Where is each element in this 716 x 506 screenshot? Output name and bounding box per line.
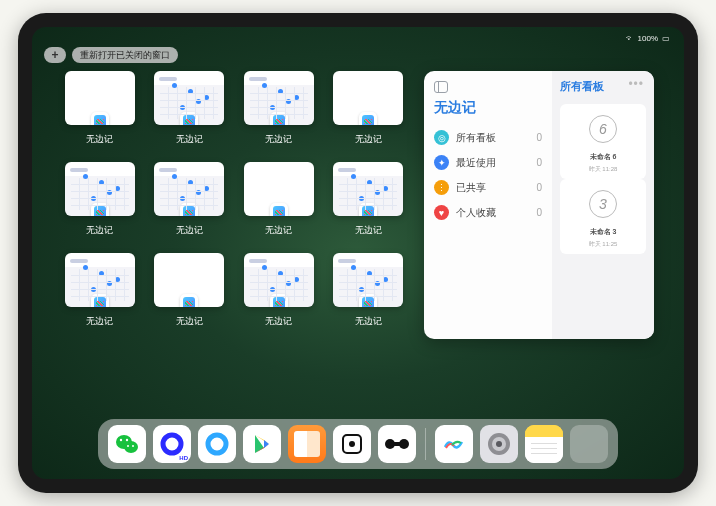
- board-preview: 6: [565, 109, 641, 149]
- sidebar-item[interactable]: ◎所有看板0: [434, 125, 542, 150]
- freeform-app-icon: [180, 112, 198, 125]
- sidebar-item-icon: ◎: [434, 130, 449, 145]
- freeform-app-icon: [91, 294, 109, 307]
- freeform-app-icon: [91, 112, 109, 125]
- sidebar-item-icon: ⋮: [434, 180, 449, 195]
- thumbnail-preview: [65, 162, 135, 216]
- board-date: 昨天 11:25: [589, 240, 618, 249]
- freeform-app-icon: [359, 294, 377, 307]
- sidebar-toggle-icon[interactable]: [434, 81, 448, 93]
- panel-sidebar: 无边记 ◎所有看板0✦最近使用0⋮已共享0♥个人收藏0: [424, 71, 552, 339]
- board-preview: 3: [565, 184, 641, 224]
- svg-marker-11: [264, 440, 269, 448]
- thumbnail-preview: [65, 71, 135, 125]
- dock-separator: [425, 428, 426, 460]
- dock-notes-icon[interactable]: [525, 425, 563, 463]
- battery-label: 100%: [638, 34, 658, 43]
- thumbnail-preview: [244, 253, 314, 307]
- window-thumbnail[interactable]: 无边记: [152, 162, 228, 237]
- battery-icon: ▭: [662, 34, 670, 43]
- thumbnail-label: 无边记: [176, 315, 203, 328]
- board-card[interactable]: 6未命名 6昨天 11:28: [560, 104, 646, 179]
- top-controls: + 重新打开已关闭的窗口: [44, 47, 178, 63]
- thumbnail-label: 无边记: [265, 224, 292, 237]
- panel-title: 无边记: [434, 99, 542, 117]
- freeform-app-icon: [359, 112, 377, 125]
- board-name: 未命名 3: [590, 227, 617, 237]
- status-bar: ᯤ 100% ▭: [32, 31, 684, 45]
- window-thumbnail[interactable]: 无边记: [62, 253, 138, 328]
- thumbnail-label: 无边记: [355, 315, 382, 328]
- thumbnail-label: 无边记: [86, 224, 113, 237]
- window-thumbnail[interactable]: 无边记: [62, 71, 138, 146]
- thumbnail-label: 无边记: [86, 315, 113, 328]
- dock-freeform-icon[interactable]: [435, 425, 473, 463]
- add-window-button[interactable]: +: [44, 47, 66, 63]
- sidebar-item-count: 0: [536, 207, 542, 218]
- reopen-closed-window-button[interactable]: 重新打开已关闭的窗口: [72, 47, 178, 63]
- window-thumbnail[interactable]: 无边记: [62, 162, 138, 237]
- dock-books-icon[interactable]: [288, 425, 326, 463]
- svg-point-6: [163, 435, 181, 453]
- thumbnail-label: 无边记: [86, 133, 113, 146]
- sidebar-item[interactable]: ✦最近使用0: [434, 150, 542, 175]
- freeform-app-icon: [270, 112, 288, 125]
- svg-point-7: [208, 435, 226, 453]
- thumbnail-preview: [333, 162, 403, 216]
- window-thumbnail[interactable]: 无边记: [152, 253, 228, 328]
- dock-wechat-icon[interactable]: [108, 425, 146, 463]
- window-thumbnail[interactable]: 无边记: [331, 162, 407, 237]
- window-thumbnail[interactable]: 无边记: [331, 253, 407, 328]
- thumbnail-label: 无边记: [355, 224, 382, 237]
- screen: ᯤ 100% ▭ + 重新打开已关闭的窗口 无边记无边记无边记无边记无边记无边记…: [32, 27, 684, 479]
- svg-point-4: [127, 445, 129, 447]
- svg-rect-16: [393, 442, 401, 446]
- svg-point-5: [132, 445, 134, 447]
- freeform-app-icon: [180, 294, 198, 307]
- window-thumbnail[interactable]: 无边记: [241, 253, 317, 328]
- dock: HD: [98, 419, 618, 469]
- window-thumbnail[interactable]: 无边记: [152, 71, 228, 146]
- freeform-app-icon: [270, 294, 288, 307]
- dock-quark-icon[interactable]: [198, 425, 236, 463]
- dock-barbell-icon[interactable]: [378, 425, 416, 463]
- thumbnail-preview: [65, 253, 135, 307]
- sidebar-item-count: 0: [536, 157, 542, 168]
- dock-settings-icon[interactable]: [480, 425, 518, 463]
- board-name: 未命名 6: [590, 152, 617, 162]
- svg-point-2: [120, 439, 122, 441]
- ipad-frame: ᯤ 100% ▭ + 重新打开已关闭的窗口 无边记无边记无边记无边记无边记无边记…: [18, 13, 698, 493]
- sidebar-item-label: 个人收藏: [456, 206, 496, 220]
- dock-dice-icon[interactable]: [333, 425, 371, 463]
- sidebar-item-label: 已共享: [456, 181, 486, 195]
- app-switcher-content: 无边记无边记无边记无边记无边记无边记无边记无边记无边记无边记无边记无边记 •••…: [62, 71, 654, 415]
- sidebar-item-label: 所有看板: [456, 131, 496, 145]
- panel-more-icon[interactable]: •••: [628, 77, 644, 91]
- thumbnail-label: 无边记: [176, 224, 203, 237]
- status-indicators: ᯤ 100% ▭: [626, 34, 670, 43]
- svg-point-13: [349, 441, 355, 447]
- freeform-app-icon: [180, 203, 198, 216]
- freeform-app-icon: [91, 203, 109, 216]
- board-date: 昨天 11:28: [589, 165, 618, 174]
- window-thumbnails-grid: 无边记无边记无边记无边记无边记无边记无边记无边记无边记无边记无边记无边记: [62, 71, 406, 415]
- board-card[interactable]: 3未命名 3昨天 11:25: [560, 179, 646, 254]
- sidebar-item-label: 最近使用: [456, 156, 496, 170]
- thumbnail-preview: [154, 71, 224, 125]
- window-thumbnail[interactable]: 无边记: [331, 71, 407, 146]
- thumbnail-label: 无边记: [265, 133, 292, 146]
- sidebar-item[interactable]: ⋮已共享0: [434, 175, 542, 200]
- sidebar-item-icon: ♥: [434, 205, 449, 220]
- expanded-app-panel[interactable]: ••• 无边记 ◎所有看板0✦最近使用0⋮已共享0♥个人收藏0 所有看板 6未命…: [424, 71, 654, 339]
- thumbnail-preview: [244, 162, 314, 216]
- thumbnail-preview: [244, 71, 314, 125]
- dock-quark-hd-icon[interactable]: HD: [153, 425, 191, 463]
- window-thumbnail[interactable]: 无边记: [241, 162, 317, 237]
- sidebar-item[interactable]: ♥个人收藏0: [434, 200, 542, 225]
- dock-play-icon[interactable]: [243, 425, 281, 463]
- thumbnail-preview: [154, 162, 224, 216]
- window-thumbnail[interactable]: 无边记: [241, 71, 317, 146]
- dock-app-library-icon[interactable]: [570, 425, 608, 463]
- sidebar-item-count: 0: [536, 132, 542, 143]
- thumbnail-preview: [333, 71, 403, 125]
